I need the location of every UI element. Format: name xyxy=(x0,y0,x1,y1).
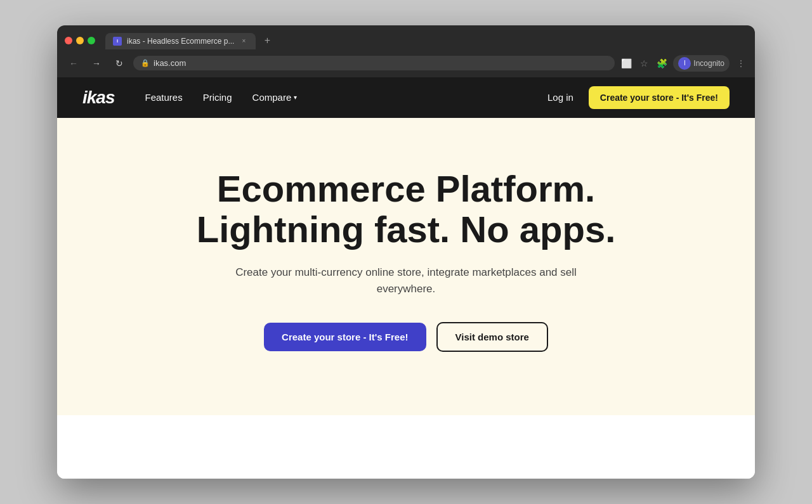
forward-button[interactable]: → xyxy=(88,55,105,72)
site-logo[interactable]: ikas xyxy=(82,87,115,108)
tab-close-button[interactable]: × xyxy=(239,37,248,46)
tab-favicon: i xyxy=(113,37,122,46)
reload-button[interactable]: ↻ xyxy=(110,55,128,72)
extensions-icon[interactable]: 🧩 xyxy=(655,57,668,70)
lock-icon: 🔒 xyxy=(141,59,150,67)
more-options-icon[interactable]: ⋮ xyxy=(735,57,747,70)
tabs-bar: i ikas - Headless Ecommerce p... × + xyxy=(105,32,747,49)
website-content: ikas Features Pricing Compare ▾ Log in C… xyxy=(57,77,755,479)
browser-chrome: i ikas - Headless Ecommerce p... × + ← →… xyxy=(57,25,755,77)
browser-window: i ikas - Headless Ecommerce p... × + ← →… xyxy=(57,25,755,479)
traffic-lights xyxy=(65,37,95,44)
compare-chevron-icon: ▾ xyxy=(294,94,297,101)
below-hero-section xyxy=(57,415,755,479)
bookmark-icon[interactable]: ☆ xyxy=(638,57,650,70)
profile-button[interactable]: I Incognito xyxy=(673,55,730,72)
cast-icon[interactable]: ⬜ xyxy=(620,57,632,70)
hero-headline: Ecommerce Platform. Lightning fast. No a… xyxy=(197,169,616,250)
nav-cta-button[interactable]: Create your store - It's Free! xyxy=(589,86,730,109)
nav-right: Log in Create your store - It's Free! xyxy=(547,86,730,109)
nav-pricing[interactable]: Pricing xyxy=(203,92,232,103)
hero-cta-secondary-button[interactable]: Visit demo store xyxy=(436,322,548,352)
browser-toolbar: ← → ↻ 🔒 ikas.com ⬜ ☆ 🧩 I Incognito ⋮ xyxy=(57,49,755,77)
browser-titlebar: i ikas - Headless Ecommerce p... × + xyxy=(57,25,755,49)
site-nav-links: Features Pricing Compare ▾ xyxy=(145,92,547,103)
new-tab-button[interactable]: + xyxy=(258,32,276,49)
avatar: I xyxy=(678,57,691,70)
profile-name: Incognito xyxy=(693,59,724,68)
hero-section: Ecommerce Platform. Lightning fast. No a… xyxy=(57,118,755,416)
minimize-traffic-light[interactable] xyxy=(76,37,84,44)
nav-features[interactable]: Features xyxy=(145,92,183,103)
hero-cta-primary-button[interactable]: Create your store - It's Free! xyxy=(264,323,426,351)
toolbar-icons: ⬜ ☆ 🧩 I Incognito ⋮ xyxy=(620,55,747,72)
tab-title: ikas - Headless Ecommerce p... xyxy=(127,37,234,46)
login-button[interactable]: Log in xyxy=(547,92,573,103)
nav-compare[interactable]: Compare ▾ xyxy=(252,92,298,103)
maximize-traffic-light[interactable] xyxy=(88,37,95,44)
hero-subtext: Create your multi-currency online store,… xyxy=(228,264,584,297)
address-bar[interactable]: 🔒 ikas.com xyxy=(133,56,615,70)
site-nav: ikas Features Pricing Compare ▾ Log in C… xyxy=(57,77,755,118)
hero-buttons: Create your store - It's Free! Visit dem… xyxy=(264,322,548,352)
active-tab[interactable]: i ikas - Headless Ecommerce p... × xyxy=(105,33,256,49)
url-text: ikas.com xyxy=(154,58,607,68)
close-traffic-light[interactable] xyxy=(65,37,72,44)
back-button[interactable]: ← xyxy=(65,55,82,72)
